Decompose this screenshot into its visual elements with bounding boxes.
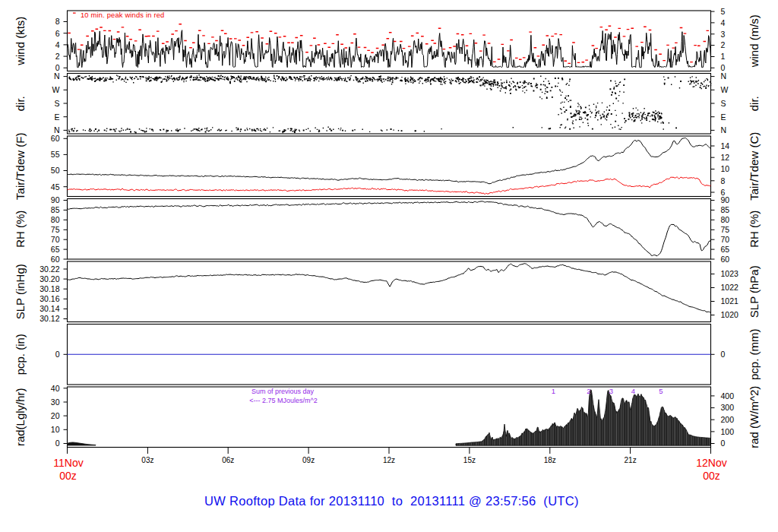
svg-text:20: 20 — [51, 411, 60, 420]
svg-text:1021: 1021 — [721, 296, 739, 306]
svg-text:60: 60 — [51, 255, 60, 264]
svg-text:65: 65 — [721, 245, 730, 254]
svg-text:3: 3 — [609, 387, 613, 395]
svg-text:12: 12 — [721, 153, 730, 162]
svg-text:70: 70 — [51, 235, 60, 244]
svg-text:1: 1 — [552, 387, 555, 395]
svg-text:65: 65 — [51, 245, 60, 254]
svg-text:300: 300 — [721, 403, 735, 412]
svg-text:21z: 21z — [625, 456, 637, 464]
svg-text:90: 90 — [51, 195, 60, 204]
svg-text:RH (%): RH (%) — [14, 211, 27, 248]
svg-text:80: 80 — [721, 215, 730, 224]
svg-text:14: 14 — [721, 141, 730, 150]
svg-text:Tair/Tdew (F): Tair/Tdew (F) — [14, 133, 27, 200]
svg-text:6: 6 — [55, 29, 60, 38]
svg-text:E: E — [54, 112, 59, 122]
svg-text:1022: 1022 — [721, 283, 739, 292]
svg-text:8: 8 — [721, 176, 726, 185]
svg-text:N: N — [721, 125, 727, 135]
svg-text:5: 5 — [659, 387, 663, 395]
svg-text:1023: 1023 — [721, 269, 739, 278]
svg-text:10: 10 — [51, 425, 60, 434]
svg-text:60: 60 — [721, 255, 730, 264]
svg-text:pcp. (in): pcp. (in) — [14, 334, 27, 375]
svg-text:SLP (hPa): SLP (hPa) — [748, 265, 761, 318]
svg-text:E: E — [721, 112, 726, 122]
svg-text:0: 0 — [721, 63, 726, 72]
svg-text:11Nov: 11Nov — [53, 457, 83, 469]
svg-text:3: 3 — [721, 30, 726, 39]
svg-text:W: W — [721, 85, 729, 94]
svg-text:55: 55 — [51, 150, 60, 159]
svg-text:30: 30 — [51, 397, 60, 407]
svg-text:75: 75 — [721, 225, 730, 234]
svg-text:15z: 15z — [463, 456, 476, 464]
svg-text:85: 85 — [51, 205, 60, 214]
svg-text:dir.: dir. — [748, 96, 761, 111]
svg-text:30.16: 30.16 — [40, 294, 59, 303]
svg-text:UW Rooftop Data for 20131110: UW Rooftop Data for 20131110 to 20131111… — [204, 494, 579, 508]
svg-text:4: 4 — [55, 40, 60, 49]
svg-text:2: 2 — [587, 387, 590, 395]
svg-text:2: 2 — [721, 40, 726, 49]
svg-text:45: 45 — [51, 182, 60, 192]
svg-text:S: S — [721, 99, 726, 108]
svg-text:Sum of previous day: Sum of previous day — [251, 388, 315, 395]
svg-text:SLP (inHg): SLP (inHg) — [14, 264, 27, 319]
svg-text:09z: 09z — [302, 456, 315, 464]
svg-text:10: 10 — [721, 164, 730, 173]
svg-text:90: 90 — [721, 195, 730, 204]
svg-text:40: 40 — [51, 384, 60, 393]
svg-text:N: N — [721, 71, 727, 81]
svg-text:W: W — [52, 85, 60, 94]
svg-text:00z: 00z — [59, 470, 77, 482]
svg-text:RH (%): RH (%) — [748, 211, 761, 248]
svg-text:<--- 2.75 MJoules/m^2: <--- 2.75 MJoules/m^2 — [249, 397, 318, 404]
svg-text:12z: 12z — [383, 456, 395, 464]
svg-text:8: 8 — [55, 17, 60, 26]
svg-text:1: 1 — [721, 52, 726, 61]
svg-text:80: 80 — [51, 215, 60, 224]
svg-text:1020: 1020 — [721, 310, 739, 319]
svg-text:30.20: 30.20 — [40, 274, 59, 283]
svg-text:200: 200 — [721, 415, 735, 424]
svg-text:5: 5 — [721, 7, 726, 16]
svg-text:03z: 03z — [141, 456, 153, 464]
svg-text:75: 75 — [51, 225, 60, 234]
svg-text:0: 0 — [55, 63, 60, 72]
svg-text:Tair/Tdew (C): Tair/Tdew (C) — [748, 132, 761, 201]
svg-text:70: 70 — [721, 235, 730, 244]
svg-text:06z: 06z — [222, 456, 234, 464]
svg-text:0: 0 — [55, 350, 60, 359]
svg-text:10 min. peak winds in red: 10 min. peak winds in red — [81, 11, 164, 19]
svg-text:0: 0 — [55, 439, 60, 448]
svg-text:85: 85 — [721, 205, 730, 214]
svg-text:00z: 00z — [703, 470, 720, 482]
svg-text:rad(Lgly/hr): rad(Lgly/hr) — [14, 388, 27, 446]
svg-text:12Nov: 12Nov — [696, 457, 726, 469]
svg-text:rad (W/m^2): rad (W/m^2) — [748, 386, 761, 448]
svg-text:S: S — [54, 99, 59, 108]
svg-text:18z: 18z — [544, 456, 556, 464]
svg-text:pcp. (mm): pcp. (mm) — [748, 328, 761, 380]
svg-text:wind (kts): wind (kts) — [14, 17, 27, 66]
svg-text:100: 100 — [721, 427, 735, 436]
svg-text:0: 0 — [721, 350, 726, 359]
svg-text:30.22: 30.22 — [40, 264, 59, 274]
svg-text:30.18: 30.18 — [40, 284, 59, 293]
svg-text:30.12: 30.12 — [40, 314, 59, 323]
svg-text:N: N — [54, 71, 60, 81]
svg-text:60: 60 — [51, 134, 60, 143]
svg-text:30.14: 30.14 — [40, 304, 59, 313]
svg-text:4: 4 — [721, 18, 726, 27]
svg-text:2: 2 — [55, 52, 60, 61]
svg-text:50: 50 — [51, 166, 60, 175]
svg-text:4: 4 — [631, 387, 635, 395]
svg-text:0: 0 — [721, 439, 726, 448]
svg-text:400: 400 — [721, 391, 735, 401]
svg-text:wind (m/s): wind (m/s) — [748, 14, 761, 68]
svg-text:dir.: dir. — [14, 96, 27, 111]
